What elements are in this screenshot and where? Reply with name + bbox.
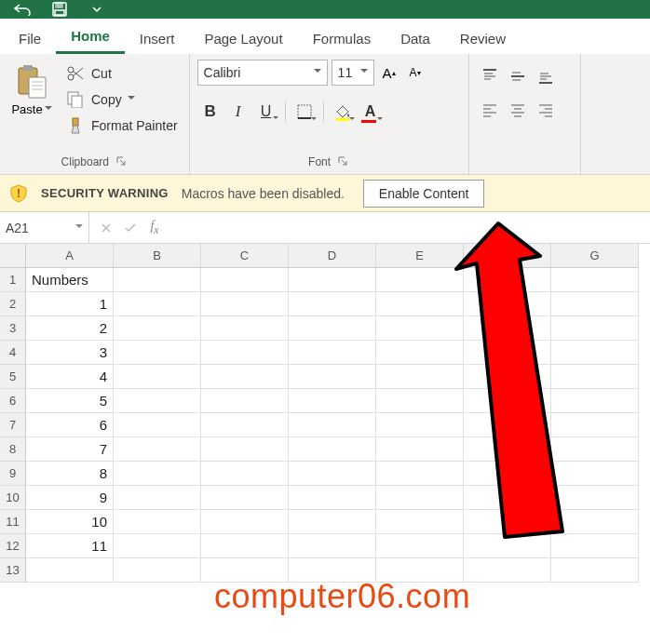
cancel-formula-button[interactable] bbox=[95, 217, 117, 239]
cell[interactable] bbox=[289, 462, 376, 486]
column-header[interactable]: C bbox=[201, 244, 289, 268]
cell[interactable] bbox=[289, 292, 376, 316]
borders-button[interactable] bbox=[291, 99, 318, 125]
cell[interactable]: 7 bbox=[26, 437, 114, 462]
cell[interactable] bbox=[201, 462, 289, 486]
row-header[interactable]: 11 bbox=[0, 510, 26, 534]
column-header[interactable]: B bbox=[114, 244, 201, 268]
cell[interactable] bbox=[289, 365, 376, 389]
cell[interactable] bbox=[464, 437, 551, 462]
tab-insert[interactable]: Insert bbox=[125, 21, 190, 54]
row-header[interactable]: 1 bbox=[0, 268, 26, 292]
cell[interactable]: 11 bbox=[26, 534, 114, 558]
row-header[interactable]: 12 bbox=[0, 534, 26, 558]
cell[interactable] bbox=[289, 437, 376, 462]
cell[interactable] bbox=[289, 341, 376, 365]
row-header[interactable]: 5 bbox=[0, 365, 26, 389]
row-header[interactable]: 9 bbox=[0, 462, 26, 486]
enter-formula-button[interactable] bbox=[119, 217, 142, 239]
tab-review[interactable]: Review bbox=[445, 21, 521, 54]
font-launcher-icon[interactable] bbox=[336, 155, 349, 168]
cell[interactable] bbox=[464, 365, 551, 389]
cell[interactable] bbox=[201, 413, 289, 437]
qat-save-button[interactable] bbox=[45, 2, 74, 17]
cell[interactable] bbox=[551, 534, 639, 558]
cell[interactable] bbox=[114, 486, 201, 510]
insert-function-button[interactable]: fx bbox=[143, 217, 166, 239]
cell[interactable] bbox=[114, 389, 201, 413]
cell[interactable] bbox=[289, 316, 376, 341]
cell[interactable] bbox=[376, 462, 464, 486]
cell[interactable] bbox=[201, 437, 289, 462]
cell[interactable] bbox=[289, 534, 376, 558]
row-header[interactable]: 8 bbox=[0, 437, 26, 462]
name-box[interactable]: A21 bbox=[0, 212, 89, 243]
fill-color-button[interactable] bbox=[330, 99, 356, 125]
align-left-button[interactable] bbox=[477, 97, 503, 123]
cell[interactable] bbox=[464, 462, 551, 486]
cell[interactable] bbox=[289, 413, 376, 437]
cell[interactable] bbox=[376, 534, 464, 558]
align-middle-button[interactable] bbox=[505, 63, 531, 89]
decrease-font-button[interactable]: A▾ bbox=[404, 60, 427, 85]
cell[interactable] bbox=[551, 558, 639, 583]
cell[interactable] bbox=[376, 389, 464, 413]
cell[interactable] bbox=[464, 316, 551, 341]
cell[interactable] bbox=[464, 534, 551, 558]
cell[interactable] bbox=[114, 510, 201, 534]
cell[interactable] bbox=[114, 341, 201, 365]
cell[interactable] bbox=[551, 462, 639, 486]
qat-undo-button[interactable] bbox=[7, 2, 37, 17]
column-header[interactable]: E bbox=[376, 244, 464, 268]
column-header[interactable]: D bbox=[289, 244, 376, 268]
font-name-dropdown[interactable]: Calibri bbox=[197, 60, 328, 86]
cell[interactable] bbox=[289, 510, 376, 534]
cell[interactable] bbox=[114, 437, 201, 462]
tab-data[interactable]: Data bbox=[386, 21, 445, 54]
cell[interactable] bbox=[114, 462, 201, 486]
row-header[interactable]: 3 bbox=[0, 316, 26, 341]
italic-button[interactable]: I bbox=[225, 99, 251, 125]
cell[interactable] bbox=[464, 341, 551, 365]
cell[interactable] bbox=[376, 365, 464, 389]
row-header[interactable]: 13 bbox=[0, 558, 26, 583]
cell[interactable] bbox=[551, 437, 639, 462]
cell[interactable] bbox=[114, 292, 201, 316]
row-header[interactable]: 2 bbox=[0, 292, 26, 316]
cell[interactable] bbox=[201, 365, 289, 389]
cell[interactable] bbox=[551, 486, 639, 510]
cell[interactable] bbox=[376, 316, 464, 341]
cell[interactable]: 3 bbox=[26, 341, 114, 365]
cell[interactable] bbox=[551, 389, 639, 413]
cut-button[interactable]: Cut bbox=[61, 63, 182, 84]
font-size-dropdown[interactable]: 11 bbox=[332, 60, 374, 86]
align-top-button[interactable] bbox=[477, 63, 503, 89]
cell[interactable] bbox=[376, 486, 464, 510]
cell[interactable] bbox=[114, 316, 201, 341]
align-right-button[interactable] bbox=[533, 97, 559, 123]
increase-font-button[interactable]: A▴ bbox=[378, 60, 400, 85]
tab-page-layout[interactable]: Page Layout bbox=[189, 21, 297, 54]
tab-file[interactable]: File bbox=[4, 21, 56, 54]
cell[interactable] bbox=[376, 341, 464, 365]
align-center-button[interactable] bbox=[505, 97, 531, 123]
row-header[interactable]: 6 bbox=[0, 389, 26, 413]
cell[interactable] bbox=[289, 486, 376, 510]
cell[interactable] bbox=[551, 292, 639, 316]
tab-formulas[interactable]: Formulas bbox=[298, 21, 386, 54]
cell[interactable] bbox=[376, 268, 464, 292]
column-header[interactable]: F bbox=[464, 244, 551, 268]
cell[interactable] bbox=[551, 268, 639, 292]
cell[interactable] bbox=[551, 341, 639, 365]
cell[interactable]: 4 bbox=[26, 365, 114, 389]
cell[interactable] bbox=[289, 389, 376, 413]
cell[interactable] bbox=[201, 316, 289, 341]
column-header[interactable]: G bbox=[551, 244, 639, 268]
cell[interactable] bbox=[464, 268, 551, 292]
row-header[interactable]: 10 bbox=[0, 486, 26, 510]
cell[interactable] bbox=[376, 510, 464, 534]
cell[interactable] bbox=[114, 268, 201, 292]
cell[interactable]: 2 bbox=[26, 316, 114, 341]
cell[interactable]: Numbers bbox=[26, 268, 114, 292]
underline-button[interactable]: U bbox=[253, 99, 279, 125]
